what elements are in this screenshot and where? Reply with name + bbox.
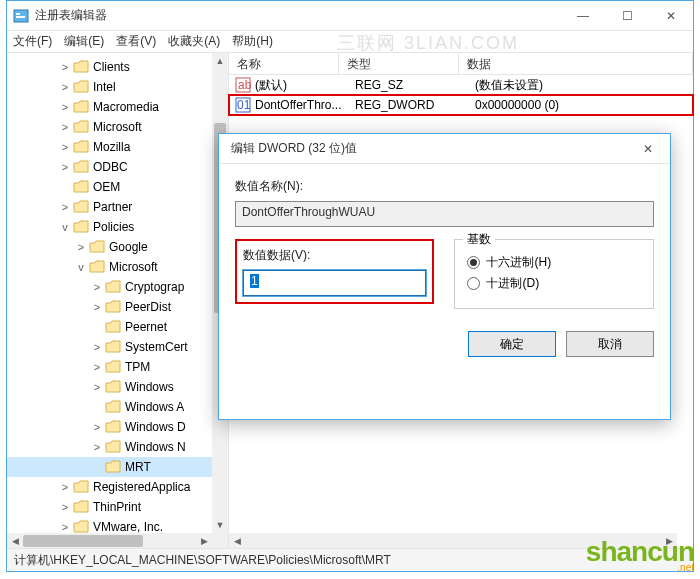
- expand-icon[interactable]: >: [59, 81, 71, 93]
- folder-icon: [73, 80, 89, 94]
- folder-icon: [73, 500, 89, 514]
- tree-item-label: Policies: [93, 220, 134, 234]
- scroll-left-icon[interactable]: ◀: [7, 533, 23, 549]
- tree-item-label: ThinPrint: [93, 500, 141, 514]
- folder-icon: [89, 240, 105, 254]
- tree-item-label: Macromedia: [93, 100, 159, 114]
- tree-item[interactable]: >Windows N: [7, 437, 228, 457]
- expand-icon[interactable]: >: [91, 421, 103, 433]
- scroll-left-icon[interactable]: ◀: [229, 533, 245, 549]
- expand-icon[interactable]: >: [91, 281, 103, 293]
- menu-view[interactable]: 查看(V): [116, 33, 156, 50]
- radio-hex[interactable]: 十六进制(H): [467, 254, 641, 271]
- expand-icon[interactable]: >: [59, 61, 71, 73]
- value-name-field[interactable]: DontOfferThroughWUAU: [235, 201, 654, 227]
- folder-icon: [73, 220, 89, 234]
- watermark-text: 三联网 3LIAN.COM: [337, 31, 519, 55]
- cancel-button[interactable]: 取消: [566, 331, 654, 357]
- expand-icon[interactable]: >: [59, 101, 71, 113]
- close-button[interactable]: ✕: [649, 1, 693, 31]
- expand-icon[interactable]: >: [59, 201, 71, 213]
- ok-button[interactable]: 确定: [468, 331, 556, 357]
- col-name[interactable]: 名称: [229, 53, 339, 74]
- dialog-close-button[interactable]: ✕: [626, 134, 670, 164]
- col-data[interactable]: 数据: [459, 53, 693, 74]
- svg-text:ab: ab: [238, 78, 251, 92]
- expand-icon[interactable]: v: [75, 261, 87, 273]
- menu-help[interactable]: 帮助(H): [232, 33, 273, 50]
- minimize-button[interactable]: —: [561, 1, 605, 31]
- tree-item[interactable]: >Windows: [7, 377, 228, 397]
- radio-dec[interactable]: 十进制(D): [467, 275, 641, 292]
- tree-item[interactable]: Peernet: [7, 317, 228, 337]
- dialog-titlebar[interactable]: 编辑 DWORD (32 位)值 ✕: [219, 134, 670, 164]
- list-row[interactable]: ab(默认)REG_SZ(数值未设置): [229, 75, 693, 95]
- list-header: 名称 类型 数据: [229, 53, 693, 75]
- tree-item[interactable]: >Google: [7, 237, 228, 257]
- tree-item[interactable]: >Windows D: [7, 417, 228, 437]
- expand-icon[interactable]: >: [59, 121, 71, 133]
- value-data-label: 数值数据(V):: [243, 247, 426, 264]
- menu-favorites[interactable]: 收藏夹(A): [168, 33, 220, 50]
- tree-item[interactable]: >Partner: [7, 197, 228, 217]
- list-row[interactable]: 011DontOfferThro...REG_DWORD0x00000000 (…: [229, 95, 693, 115]
- tree-item[interactable]: >Intel: [7, 77, 228, 97]
- tree-item-label: Intel: [93, 80, 116, 94]
- menu-edit[interactable]: 编辑(E): [64, 33, 104, 50]
- folder-icon: [73, 180, 89, 194]
- titlebar[interactable]: 注册表编辑器 — ☐ ✕: [7, 1, 693, 31]
- col-type[interactable]: 类型: [339, 53, 459, 74]
- tree-item[interactable]: >Microsoft: [7, 117, 228, 137]
- watermark-logo: shancun .net: [586, 536, 694, 573]
- tree-item[interactable]: >TPM: [7, 357, 228, 377]
- tree-item[interactable]: vPolicies: [7, 217, 228, 237]
- tree-item[interactable]: Windows A: [7, 397, 228, 417]
- tree-item[interactable]: MRT: [7, 457, 228, 477]
- cell-type: REG_SZ: [355, 78, 475, 92]
- dialog-title: 编辑 DWORD (32 位)值: [225, 140, 626, 157]
- radio-dec-label: 十进制(D): [486, 275, 539, 292]
- tree-item[interactable]: >ThinPrint: [7, 497, 228, 517]
- tree-item-label: Windows D: [125, 420, 186, 434]
- menu-file[interactable]: 文件(F): [13, 33, 52, 50]
- svg-rect-2: [16, 16, 25, 18]
- expand-icon[interactable]: >: [91, 361, 103, 373]
- tree-item[interactable]: >Mozilla: [7, 137, 228, 157]
- tree-item[interactable]: >Macromedia: [7, 97, 228, 117]
- expand-icon[interactable]: v: [59, 221, 71, 233]
- tree-item[interactable]: >Clients: [7, 57, 228, 77]
- expand-icon[interactable]: >: [59, 141, 71, 153]
- expand-icon[interactable]: >: [91, 441, 103, 453]
- folder-icon: [105, 460, 121, 474]
- tree-item[interactable]: >Cryptograp: [7, 277, 228, 297]
- tree-item[interactable]: >SystemCert: [7, 337, 228, 357]
- cell-data: 0x00000000 (0): [475, 98, 693, 112]
- scroll-down-icon[interactable]: ▼: [212, 517, 228, 533]
- expand-icon[interactable]: >: [91, 341, 103, 353]
- cell-name: (默认): [255, 77, 355, 94]
- expand-icon[interactable]: >: [59, 501, 71, 513]
- tree-item[interactable]: vMicrosoft: [7, 257, 228, 277]
- expand-icon[interactable]: >: [59, 161, 71, 173]
- tree-scrollbar-h[interactable]: ◀ ▶: [7, 533, 212, 549]
- tree-item[interactable]: >RegisteredApplica: [7, 477, 228, 497]
- tree-item[interactable]: >PeerDist: [7, 297, 228, 317]
- expand-icon[interactable]: >: [91, 301, 103, 313]
- scroll-up-icon[interactable]: ▲: [212, 53, 228, 69]
- maximize-button[interactable]: ☐: [605, 1, 649, 31]
- expand-icon[interactable]: >: [59, 481, 71, 493]
- expand-icon[interactable]: >: [75, 241, 87, 253]
- tree-item[interactable]: >ODBC: [7, 157, 228, 177]
- base-group-title: 基数: [463, 231, 495, 248]
- scroll-thumb-h[interactable]: [23, 535, 143, 547]
- tree-item-label: Google: [109, 240, 148, 254]
- tree-item[interactable]: OEM: [7, 177, 228, 197]
- scroll-right-icon[interactable]: ▶: [196, 533, 212, 549]
- edit-dword-dialog: 编辑 DWORD (32 位)值 ✕ 数值名称(N): DontOfferThr…: [218, 133, 671, 420]
- radio-icon: [467, 256, 480, 269]
- tree-item-label: TPM: [125, 360, 150, 374]
- expand-icon[interactable]: >: [59, 521, 71, 533]
- tree-pane[interactable]: >Clients>Intel>Macromedia>Microsoft>Mozi…: [7, 53, 229, 549]
- value-data-field[interactable]: 1: [243, 270, 426, 296]
- expand-icon[interactable]: >: [91, 381, 103, 393]
